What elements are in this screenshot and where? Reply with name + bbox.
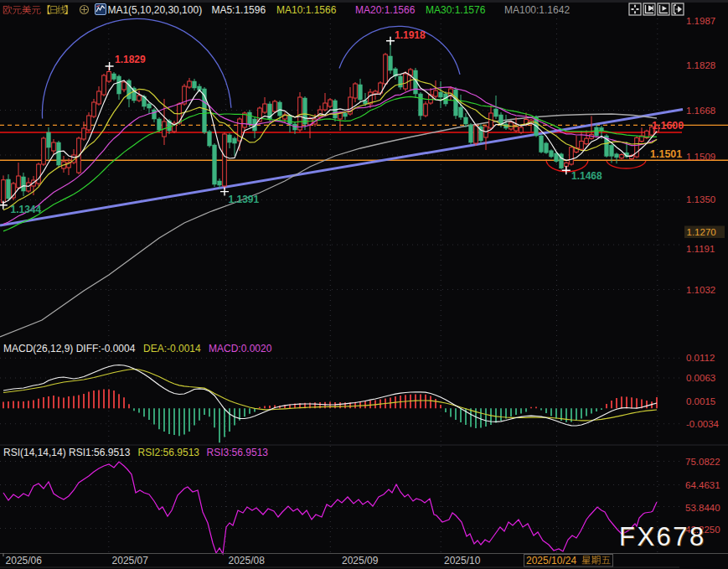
svg-text:2025/08: 2025/08 (229, 555, 266, 566)
svg-text:2025/10/24: 2025/10/24 (526, 555, 576, 566)
svg-text:MACD(26,12,9) DIFF:-0.0004: MACD(26,12,9) DIFF:-0.0004 (3, 343, 136, 354)
svg-text:1.1918: 1.1918 (395, 29, 426, 41)
svg-text:-0.0034: -0.0034 (686, 419, 720, 429)
svg-text:0.0112: 0.0112 (686, 353, 715, 363)
svg-text:MACD:0.0020: MACD:0.0020 (209, 343, 272, 354)
svg-text:0.0063: 0.0063 (686, 373, 715, 383)
svg-text:75.0822: 75.0822 (685, 457, 720, 467)
svg-text:2025/09: 2025/09 (342, 555, 379, 566)
svg-text:1.1350: 1.1350 (686, 194, 715, 204)
svg-text:1.1468: 1.1468 (571, 170, 602, 182)
svg-text:MA20:1.1566: MA20:1.1566 (355, 4, 416, 16)
svg-text:1.1828: 1.1828 (686, 60, 715, 70)
svg-text:53.8440: 53.8440 (685, 503, 720, 513)
svg-text:1.1344: 1.1344 (11, 204, 42, 215)
svg-text:2025/10: 2025/10 (444, 555, 481, 566)
svg-text:FX678: FX678 (619, 522, 706, 551)
svg-text:1.1987: 1.1987 (686, 16, 715, 26)
svg-text:DEA:-0.0014: DEA:-0.0014 (143, 343, 201, 354)
svg-text:RSI3:56.9513: RSI3:56.9513 (207, 447, 269, 458)
svg-text:1.1600: 1.1600 (652, 120, 684, 132)
svg-text:1.1391: 1.1391 (229, 194, 260, 205)
svg-text:MA100:1.1642: MA100:1.1642 (504, 4, 570, 16)
svg-text:2025/07: 2025/07 (112, 555, 149, 566)
svg-text:MA1(5,10,20,30,100): MA1(5,10,20,30,100) (107, 4, 202, 16)
svg-text:0.0015: 0.0015 (686, 396, 715, 406)
svg-text:MA5:1.1596: MA5:1.1596 (211, 4, 266, 16)
svg-text:1.1501: 1.1501 (650, 148, 682, 160)
svg-text:2025/06: 2025/06 (6, 555, 43, 566)
svg-text:1.1509: 1.1509 (686, 152, 715, 162)
svg-text:1.1829: 1.1829 (115, 54, 146, 65)
svg-text:1.1032: 1.1032 (686, 285, 715, 295)
svg-text:64.4631: 64.4631 (685, 480, 720, 490)
svg-text:1.1270: 1.1270 (687, 227, 716, 237)
svg-text:MA30:1.1576: MA30:1.1576 (426, 4, 486, 16)
svg-text:RSI(14,14,14) RSI1:56.9513: RSI(14,14,14) RSI1:56.9513 (3, 447, 131, 458)
svg-text:1.1191: 1.1191 (686, 244, 715, 254)
svg-text:MA10:1.1566: MA10:1.1566 (276, 4, 337, 16)
svg-text:RSI2:56.9513: RSI2:56.9513 (138, 447, 200, 458)
svg-text:1.1668: 1.1668 (686, 106, 715, 116)
